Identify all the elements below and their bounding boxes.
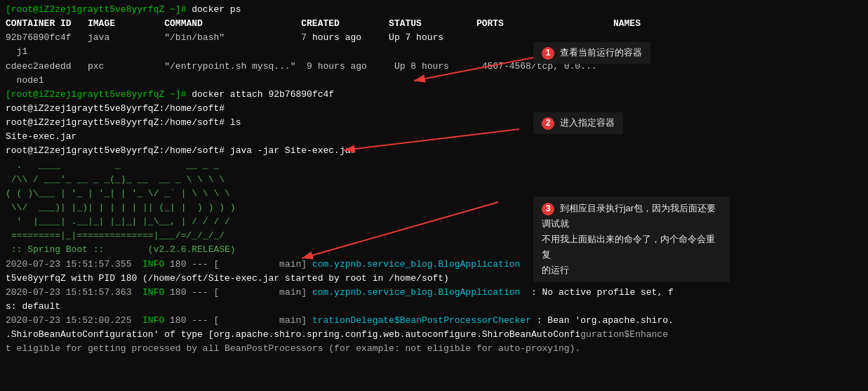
log-line-3: 2020-07-23 15:51:57.363 INFO 180 --- [ m… [6,286,862,300]
log-line-1: 2020-07-23 15:51:57.355 INFO 180 --- [ m… [6,258,862,272]
spring-logo-2: /\\ / ___'_ __ _ _(_)_ __ __ _ \ \ \ \ [6,173,862,187]
annotation-1: 1 查看当前运行的容器 [533,42,650,64]
badge-1: 1 [542,47,554,60]
prompt-text: [root@iZ2zej1graytt5ve8yyrfqZ ~]# [6,4,192,15]
table-row-2b: node1 [6,74,862,88]
spring-logo-6: =========|_|==============|___/=/_/_/_/ [6,229,862,243]
log-line-6: .ShiroBeanAutoConfiguration' of type [or… [6,328,862,342]
ls-result: Site-exec.jar [6,130,862,144]
terminal-line-1: [root@iZ2zej1graytt5ve8yyrfqZ ~]# docker… [6,3,862,17]
table-header: CONTAINER ID IMAGE COMMAND CREATED STATU… [6,17,862,31]
badge-2: 2 [542,117,554,130]
spring-logo-3: ( ( )\___ | '_ | '_| | '_ \/ _` | \ \ \ … [6,187,862,201]
annotation-2: 2 进入指定容器 [533,112,623,134]
annotation-3-text-1: 到相应目录执行jar包，因为我后面还要调试就 [542,203,716,229]
shell-java-cmd: root@iZ2zej1graytt5ve8yyrfqZ:/home/soft#… [6,144,862,158]
spring-logo-4: \\/ ___)| |_)| | | | | || (_| | ) ) ) ) [6,201,862,215]
spring-logo-1: . ____ _ __ _ _ [6,159,862,173]
annotation-3-text-3: 的运行 [542,265,569,275]
annotation-2-text: 进入指定容器 [560,117,615,128]
cmd-text: docker ps [192,4,241,15]
shell-prompt-1: root@iZ2zej1graytt5ve8yyrfqZ:/home/soft# [6,102,862,116]
shell-ls-cmd: root@iZ2zej1graytt5ve8yyrfqZ:/home/soft#… [6,116,862,130]
log-line-7: t eligible for getting processed by all … [6,342,862,356]
table-row-1b: j1 [6,45,862,59]
table-row-2a: cdeec2aededd pxc "/entrypoint.sh mysq...… [6,60,862,74]
annotation-1-text: 查看当前运行的容器 [560,47,642,58]
terminal: [root@iZ2zej1graytt5ve8yyrfqZ ~]# docker… [0,0,868,391]
annotation-3-text-2: 不用我上面贴出来的命令了，内个命令会重复 [542,234,715,260]
log-line-5: 2020-07-23 15:52:00.225 INFO 180 --- [ m… [6,314,862,328]
log-line-4: s: default [6,300,862,314]
badge-3: 3 [542,203,554,216]
log-line-2: t5ve8yyrfqZ with PID 180 (/home/soft/Sit… [6,272,862,286]
spring-version: :: Spring Boot :: (v2.2.6.RELEASE) [6,243,862,257]
terminal-line-attach: [root@iZ2zej1graytt5ve8yyrfqZ ~]# docker… [6,88,862,102]
spring-logo-5: ' |____| .__|_| |_|_| |_\__, | / / / / [6,215,862,229]
annotation-3: 3 到相应目录执行jar包，因为我后面还要调试就 不用我上面贴出来的命令了，内个… [533,197,730,282]
table-row-1a: 92b76890fc4f java "/bin/bash" 7 hours ag… [6,31,862,45]
